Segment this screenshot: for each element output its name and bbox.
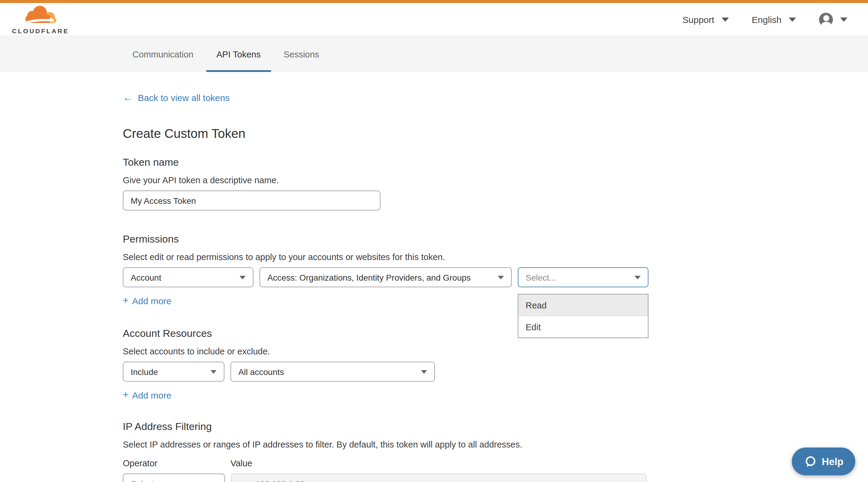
tab-bar: Communication API Tokens Sessions — [0, 36, 868, 72]
plus-icon: + — [123, 389, 128, 400]
ip-operator-select[interactable]: Select... — [123, 474, 225, 482]
tab-label: Communication — [132, 49, 193, 59]
permissions-description: Select edit or read permissions to apply… — [123, 252, 868, 262]
ip-filtering-heading: IP Address Filtering — [123, 421, 868, 433]
language-menu[interactable]: English — [752, 14, 796, 25]
dropdown-option-edit[interactable]: Edit — [518, 316, 648, 338]
main-content: ← Back to view all tokens Create Custom … — [0, 72, 868, 482]
token-name-description: Give your API token a descriptive name. — [123, 175, 868, 185]
chevron-down-icon — [840, 17, 847, 22]
top-accent-bar — [0, 0, 868, 3]
tab-label: API Tokens — [217, 49, 261, 59]
tab-api-tokens[interactable]: API Tokens — [206, 36, 271, 72]
permission-access-placeholder: Select... — [526, 272, 556, 282]
accounts-select[interactable]: All accounts — [230, 362, 435, 382]
option-label: Read — [526, 300, 547, 310]
support-label: Support — [683, 14, 714, 25]
user-avatar-icon — [819, 12, 833, 26]
cloudflare-logo[interactable]: CLOUDFLARE — [11, 4, 70, 34]
back-to-tokens-link[interactable]: ← Back to view all tokens — [123, 93, 230, 103]
account-mode-value: Include — [131, 367, 158, 377]
permission-group-value: Access: Organizations, Identity Provider… — [267, 272, 471, 282]
back-arrow-icon: ← — [123, 93, 133, 103]
accounts-value: All accounts — [238, 367, 284, 377]
option-label: Edit — [526, 322, 541, 332]
tab-label: Sessions — [284, 49, 319, 59]
permissions-row: Account Access: Organizations, Identity … — [123, 267, 868, 287]
page-title: Create Custom Token — [123, 126, 868, 141]
ip-filtering-description: Select IP addresses or ranges of IP addr… — [123, 440, 868, 449]
help-button[interactable]: Help — [792, 448, 855, 475]
header: CLOUDFLARE Support English — [0, 3, 868, 36]
cloudflare-wordmark: CLOUDFLARE — [12, 27, 69, 34]
account-resources-heading: Account Resources — [123, 328, 868, 340]
account-menu[interactable] — [819, 12, 847, 26]
ip-filtering-labels: Operator Value — [123, 458, 868, 468]
permission-access-select[interactable]: Select... — [518, 267, 648, 287]
help-label: Help — [822, 456, 843, 467]
permissions-heading: Permissions — [123, 233, 868, 246]
back-link-label: Back to view all tokens — [138, 93, 230, 103]
account-resources-description: Select accounts to include or exclude. — [123, 347, 868, 356]
chevron-down-icon — [421, 370, 427, 374]
support-menu[interactable]: Support — [683, 14, 729, 25]
access-level-dropdown: Read Edit — [518, 294, 648, 338]
chevron-down-icon — [240, 276, 246, 279]
token-name-input[interactable] — [123, 191, 380, 211]
ip-value-input[interactable] — [231, 474, 647, 482]
add-more-label: Add more — [132, 295, 172, 306]
dropdown-option-read[interactable]: Read — [518, 294, 648, 316]
token-name-heading: Token name — [123, 157, 868, 169]
chat-bubble-icon — [804, 455, 816, 468]
cloudflare-cloud-icon — [22, 4, 59, 26]
value-label: Value — [230, 458, 252, 468]
app-root: CLOUDFLARE Support English Communication — [0, 0, 868, 482]
account-resources-add-more-link[interactable]: + Add more — [123, 389, 172, 400]
ip-operator-placeholder: Select... — [131, 479, 161, 482]
chevron-down-icon — [498, 276, 504, 279]
chevron-down-icon — [789, 17, 796, 22]
operator-label: Operator — [123, 458, 230, 468]
account-mode-select[interactable]: Include — [123, 362, 224, 382]
chevron-down-icon — [722, 17, 729, 22]
permission-group-select[interactable]: Access: Organizations, Identity Provider… — [259, 267, 512, 287]
permission-scope-select[interactable]: Account — [123, 267, 253, 287]
account-resources-row: Include All accounts — [123, 362, 868, 382]
permissions-add-more-link[interactable]: + Add more — [123, 295, 172, 306]
chevron-down-icon — [211, 370, 217, 374]
header-right: Support English — [683, 12, 848, 26]
permission-scope-value: Account — [131, 272, 161, 282]
plus-icon: + — [123, 295, 128, 306]
tab-communication[interactable]: Communication — [122, 36, 204, 72]
language-label: English — [752, 14, 781, 25]
add-more-label: Add more — [132, 390, 172, 400]
tab-sessions[interactable]: Sessions — [273, 36, 330, 72]
ip-filtering-row: Select... — [123, 474, 868, 482]
chevron-down-icon — [634, 276, 641, 279]
